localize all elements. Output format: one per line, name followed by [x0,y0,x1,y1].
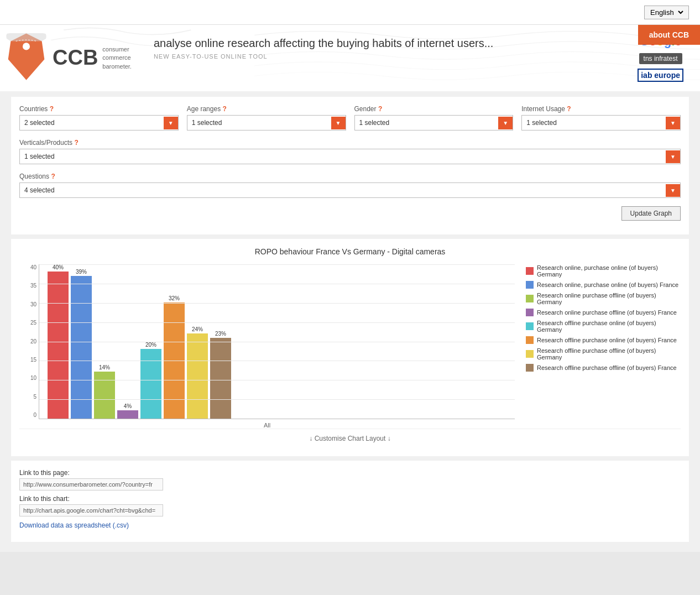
page-link-input[interactable] [19,478,163,490]
bar-7-label: 24% [192,326,203,332]
verticals-filter: Verticals/Products ? 1 selected ▼ [19,139,681,164]
y-label-10: 10 [19,375,36,381]
legend-color-5 [526,322,534,330]
legend-color-3 [526,295,534,302]
grid-line-4 [39,342,515,342]
bar-chart: 40 35 30 25 20 15 10 5 0 [19,264,515,419]
countries-label: Countries ? [19,105,179,113]
gender-label: Gender ? [354,105,514,113]
customise-chart-anchor[interactable]: ↓ Customise Chart Layout ↓ [309,435,390,442]
bar-7: 24% [187,326,208,419]
bar-2-fill [71,276,92,419]
y-label-30: 30 [19,301,36,307]
update-graph-button[interactable]: Update Graph [621,206,681,221]
customise-chart-link[interactable]: ↓ Customise Chart Layout ↓ [19,429,681,448]
bar-2: 39% [71,269,92,419]
internet-value: 1 selected [522,116,666,130]
questions-help-link[interactable]: ? [51,173,55,180]
verticals-select[interactable]: 1 selected ▼ [19,149,681,164]
legend-color-4 [526,309,534,316]
internet-select[interactable]: 1 selected ▼ [521,115,681,131]
y-label-35: 35 [19,283,36,289]
legend-item-4: Research online purchase offline (of buy… [526,309,681,316]
legend-text-2: Research online, purchase online (of buy… [537,281,678,288]
verticals-help-link[interactable]: ? [74,139,78,147]
internet-label: Internet Usage ? [521,105,681,113]
bar-4-fill [117,410,138,419]
questions-label: Questions ? [19,173,681,180]
y-label-0: 0 [19,412,36,418]
chart-title: ROPO behaviour France Vs Germany - Digit… [19,247,681,256]
gender-help-link[interactable]: ? [378,105,382,113]
bar-chart-container: 40 35 30 25 20 15 10 5 0 [19,264,515,429]
tns-logo: tns infratest [639,53,682,64]
about-ccb-button[interactable]: about CCB [638,25,700,45]
language-dropdown[interactable]: English French German Spanish [648,8,685,17]
grid-line-1 [39,284,515,284]
grid-line-2 [39,303,515,304]
bars-area: 40% 39% 14% [39,264,515,419]
language-selector[interactable]: English French German Spanish [644,6,689,19]
bar-8: 23% [210,331,231,419]
main-content: Countries ? 2 selected ▼ Age ranges ? 1 … [0,91,700,552]
countries-help-link[interactable]: ? [50,105,54,113]
verticals-label: Verticals/Products ? [19,139,681,147]
page-link-row: Link to this page: [19,469,681,490]
legend-item-7: Research offline purchase offline (of bu… [526,347,681,361]
download-row: Download data as spreadsheet (.csv) [19,521,681,529]
header: CCB consumer commerce barometer. analyse… [0,25,700,91]
bar-3-fill [94,372,115,419]
chart-link-row: Link to this chart: [19,495,681,516]
chart-link-input[interactable] [19,504,163,516]
internet-arrow[interactable]: ▼ [666,117,680,129]
tns-logo-row: tns infratest [639,53,682,64]
y-label-20: 20 [19,338,36,345]
chart-link-label: Link to this chart: [19,495,681,503]
grid-line-5 [39,361,515,361]
gender-arrow[interactable]: ▼ [498,117,513,129]
ccb-logo-text: CCB [53,46,98,70]
filter-row-1: Countries ? 2 selected ▼ Age ranges ? 1 … [19,105,681,131]
legend-item-3: Research online purchase offline (of buy… [526,292,681,305]
gender-select[interactable]: 1 selected ▼ [354,115,514,131]
countries-select[interactable]: 2 selected ▼ [19,115,179,131]
tagline-sub: NEW EASY-TO-USE ONLINE TOOL [154,53,610,60]
legend-text-5: Research offline purchase online (of buy… [537,320,681,333]
questions-select[interactable]: 4 selected ▼ [19,182,681,198]
grid-line-3 [39,322,515,323]
countries-arrow[interactable]: ▼ [164,117,178,129]
age-arrow[interactable]: ▼ [331,117,346,129]
legend-item-1: Research online, purchase online (of buy… [526,264,681,278]
questions-arrow[interactable]: ▼ [666,184,680,197]
y-label-40: 40 [19,264,36,270]
bar-8-fill [210,338,231,419]
update-btn-row: Update Graph [19,206,681,221]
y-label-25: 25 [19,320,36,326]
bar-1-fill [48,272,69,419]
legend-item-8: Research offline purchase offline (of bu… [526,364,681,372]
age-filter: Age ranges ? 1 selected ▼ [187,105,346,131]
bar-6: 32% [164,295,185,419]
legend-item-6: Research offline purchase online (of buy… [526,336,681,344]
verticals-value: 1 selected [20,149,666,164]
verticals-arrow[interactable]: ▼ [666,150,680,163]
legend-color-8 [526,364,534,372]
age-value: 1 selected [187,116,331,130]
svg-point-0 [23,43,30,50]
chart-panel: ROPO behaviour France Vs Germany - Digit… [11,239,689,456]
countries-value: 2 selected [20,116,164,130]
questions-filter: Questions ? 4 selected ▼ [19,173,681,198]
header-tagline-section: analyse online research affecting the bu… [143,25,621,91]
legend-color-2 [526,281,534,289]
logo-tag-icon [6,33,47,83]
grid-line-7 [39,399,515,400]
bar-5-label: 20% [145,342,156,348]
grid-line-6 [39,380,515,380]
links-panel: Link to this page: Link to this chart: D… [11,461,689,542]
legend-color-1 [526,267,534,275]
download-csv-link[interactable]: Download data as spreadsheet (.csv) [19,521,129,529]
internet-help-link[interactable]: ? [567,105,571,113]
age-help-link[interactable]: ? [222,105,226,113]
iab-logo-row: iab europe [638,69,683,82]
age-select[interactable]: 1 selected ▼ [187,115,346,131]
